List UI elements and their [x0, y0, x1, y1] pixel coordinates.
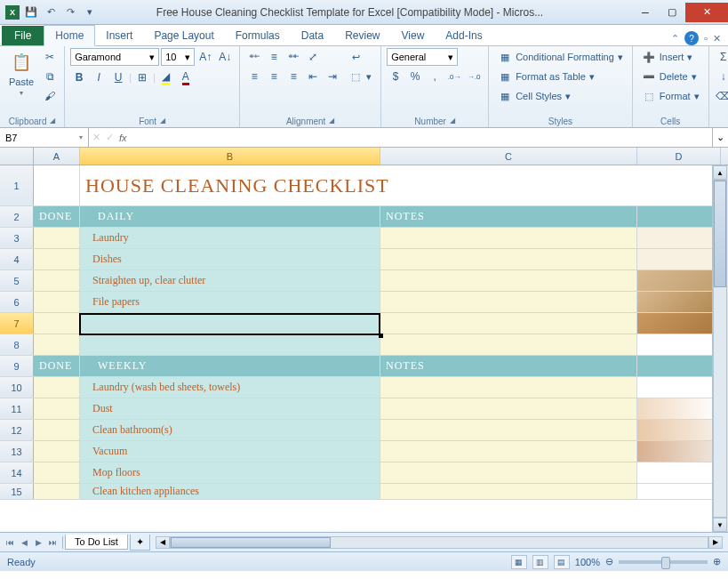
merge-center-button[interactable]: ⬚▾	[345, 68, 375, 85]
delete-cells-button[interactable]: ➖Delete▾	[638, 68, 703, 85]
fx-button[interactable]: fx	[119, 133, 127, 143]
scroll-down-icon[interactable]: ▼	[713, 518, 727, 532]
number-format-select[interactable]: General▾	[387, 48, 458, 66]
increase-decimal-button[interactable]: .0→	[445, 68, 463, 85]
selection-handle[interactable]	[379, 334, 383, 338]
font-name-select[interactable]: Garamond▾	[70, 48, 159, 66]
vertical-scrollbar[interactable]: ▲ ▼	[712, 165, 728, 532]
zoom-in-icon[interactable]: ⊕	[713, 556, 721, 567]
new-sheet-button[interactable]: ✦	[130, 535, 150, 551]
align-left-icon[interactable]: ≡	[245, 68, 263, 85]
font-size-select[interactable]: 10▾	[161, 48, 195, 66]
paste-button[interactable]: 📋 Paste ▾	[5, 48, 37, 99]
number-launcher-icon[interactable]: ◢	[450, 117, 455, 126]
clipboard-launcher-icon[interactable]: ◢	[50, 117, 55, 126]
minimize-ribbon-icon[interactable]: ⌃	[671, 33, 679, 44]
zoom-out-icon[interactable]: ⊖	[605, 556, 613, 567]
redo-icon[interactable]: ↷	[62, 4, 78, 20]
cell-a2[interactable]: DONE	[34, 206, 80, 227]
font-launcher-icon[interactable]: ◢	[160, 117, 165, 126]
next-sheet-icon[interactable]: ▶	[32, 536, 44, 549]
cut-button[interactable]: ✂	[41, 48, 59, 66]
close-button[interactable]: ✕	[685, 3, 728, 22]
clear-button[interactable]: ⌫	[715, 87, 728, 105]
tab-home[interactable]: Home	[44, 25, 95, 46]
file-tab[interactable]: File	[2, 26, 44, 45]
insert-cells-button[interactable]: ➕Insert▾	[638, 48, 703, 66]
autosum-button[interactable]: Σ	[715, 48, 728, 66]
scroll-up-icon[interactable]: ▲	[713, 165, 727, 180]
zoom-level[interactable]: 100%	[575, 557, 600, 567]
first-sheet-icon[interactable]: ⏮	[4, 536, 16, 549]
increase-font-icon[interactable]: A↑	[196, 48, 214, 66]
increase-indent-icon[interactable]: ⇥	[324, 68, 341, 85]
undo-icon[interactable]: ↶	[43, 4, 59, 20]
border-button[interactable]: ⊞	[133, 68, 151, 86]
row-header-1[interactable]: 1	[0, 165, 34, 205]
vscroll-thumb[interactable]	[714, 181, 726, 287]
select-all-corner[interactable]	[0, 148, 34, 165]
cell-styles-button[interactable]: ▦Cell Styles▾	[494, 87, 627, 105]
last-sheet-icon[interactable]: ⏭	[46, 536, 59, 549]
col-header-a[interactable]: A	[34, 148, 80, 165]
col-header-d[interactable]: D	[637, 148, 721, 165]
fill-button[interactable]: ↓	[715, 68, 728, 85]
fill-color-button[interactable]: ◢	[157, 68, 175, 86]
align-right-icon[interactable]: ≡	[284, 68, 302, 85]
align-bottom-icon[interactable]: ⬵	[284, 48, 302, 66]
format-painter-button[interactable]: 🖌	[41, 87, 59, 105]
sheet-tab-todo[interactable]: To Do List	[65, 535, 128, 550]
decrease-indent-icon[interactable]: ⇤	[304, 68, 322, 85]
save-icon[interactable]: 💾	[23, 4, 39, 20]
page-layout-view-icon[interactable]: ▥	[532, 555, 548, 569]
bold-button[interactable]: B	[70, 68, 88, 86]
expand-formula-bar-icon[interactable]: ⌄	[712, 128, 728, 147]
maximize-button[interactable]: ▢	[659, 3, 685, 22]
currency-button[interactable]: $	[387, 68, 404, 85]
prev-sheet-icon[interactable]: ◀	[18, 536, 30, 549]
tab-view[interactable]: View	[391, 26, 436, 45]
tab-review[interactable]: Review	[334, 26, 390, 45]
close-workbook-icon[interactable]: ✕	[713, 33, 721, 44]
col-header-c[interactable]: C	[380, 148, 637, 165]
page-break-view-icon[interactable]: ▤	[554, 555, 570, 569]
normal-view-icon[interactable]: ▦	[511, 555, 527, 569]
decrease-font-icon[interactable]: A↓	[216, 48, 234, 66]
restore-window-icon[interactable]: ▫	[704, 33, 708, 44]
cell-b7-selected[interactable]	[80, 313, 380, 334]
qat-customize-icon[interactable]: ▾	[82, 4, 98, 20]
cell-b2[interactable]: DAILY	[80, 206, 380, 227]
format-as-table-button[interactable]: ▦Format as Table▾	[494, 68, 627, 85]
orientation-icon[interactable]: ⤢	[304, 48, 322, 66]
tab-insert[interactable]: Insert	[95, 26, 143, 45]
comma-button[interactable]: ,	[426, 68, 444, 85]
tab-page-layout[interactable]: Page Layout	[143, 26, 224, 45]
enter-formula-icon[interactable]: ✓	[106, 132, 114, 143]
cell-d2[interactable]	[637, 206, 721, 227]
hscroll-thumb[interactable]	[171, 537, 331, 548]
horizontal-scrollbar[interactable]: ◀ ▶	[156, 536, 723, 549]
decrease-decimal-button[interactable]: →.0	[465, 68, 483, 85]
align-top-icon[interactable]: ⬴	[245, 48, 263, 66]
align-middle-icon[interactable]: ≡	[265, 48, 283, 66]
cancel-formula-icon[interactable]: ✕	[92, 132, 100, 143]
zoom-slider[interactable]	[619, 560, 708, 564]
copy-button[interactable]: ⧉	[41, 68, 59, 85]
conditional-formatting-button[interactable]: ▦Conditional Formatting▾	[494, 48, 627, 66]
cell-c2[interactable]: NOTES	[380, 206, 637, 227]
italic-button[interactable]: I	[90, 68, 108, 86]
tab-formulas[interactable]: Formulas	[225, 26, 291, 45]
row-header-2[interactable]: 2	[0, 206, 34, 227]
scroll-right-icon[interactable]: ▶	[708, 536, 723, 549]
help-icon[interactable]: ?	[684, 31, 699, 45]
grid-body[interactable]: 1 HOUSE CLEANING CHECKLIST 2 DONE DAILY …	[0, 165, 728, 500]
tab-data[interactable]: Data	[291, 26, 334, 45]
scroll-left-icon[interactable]: ◀	[156, 536, 170, 549]
alignment-launcher-icon[interactable]: ◢	[329, 117, 334, 126]
wrap-text-button[interactable]: ↩	[345, 48, 375, 66]
percent-button[interactable]: %	[406, 68, 424, 85]
align-center-icon[interactable]: ≡	[265, 68, 283, 85]
underline-button[interactable]: U	[109, 68, 127, 86]
cell-a1[interactable]	[34, 165, 80, 205]
font-color-button[interactable]: A	[177, 68, 195, 86]
